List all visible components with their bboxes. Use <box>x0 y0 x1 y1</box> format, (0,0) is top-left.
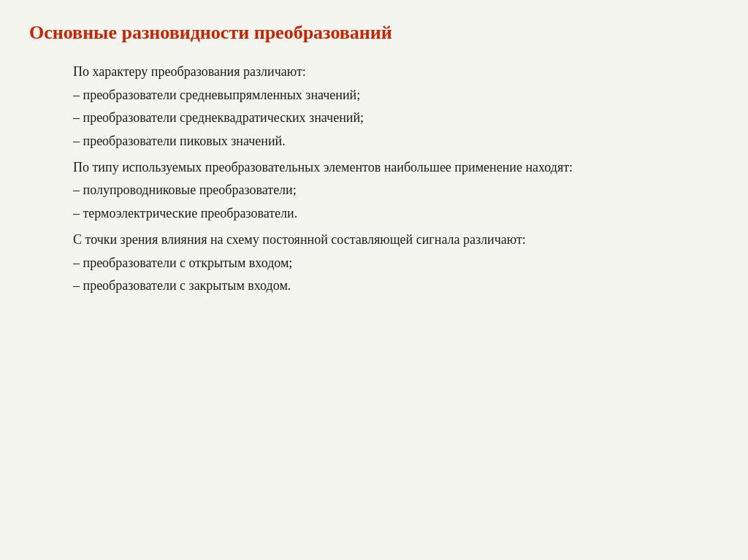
section-2: По типу используемых преобразовательных … <box>44 157 719 225</box>
section1-item-1: – преобразователи средневыпрямленных зна… <box>44 85 719 107</box>
section3-item-1: – преобразователи с открытым входом; <box>44 253 719 275</box>
section-1: По характеру преобразования различают: –… <box>44 61 719 153</box>
section1-intro: По характеру преобразования различают: <box>44 61 719 83</box>
section2-intro: По типу используемых преобразовательных … <box>44 157 719 179</box>
section1-item-3: – преобразователи пиковых значений. <box>44 131 719 153</box>
section3-intro: С точки зрения влияния на схему постоянн… <box>44 229 719 251</box>
section1-item-2: – преобразователи среднеквадратических з… <box>44 107 719 129</box>
slide-title: Основные разновидности преобразований <box>29 22 719 44</box>
slide-container: Основные разновидности преобразований По… <box>0 0 748 560</box>
section3-item-2: – преобразователи с закрытым входом. <box>44 275 719 297</box>
content-area: По характеру преобразования различают: –… <box>29 61 719 297</box>
section-3: С точки зрения влияния на схему постоянн… <box>44 229 719 297</box>
section2-item-2: – термоэлектрические преобразователи. <box>44 203 719 225</box>
section2-item-1: – полупроводниковые преобразователи; <box>44 180 719 202</box>
